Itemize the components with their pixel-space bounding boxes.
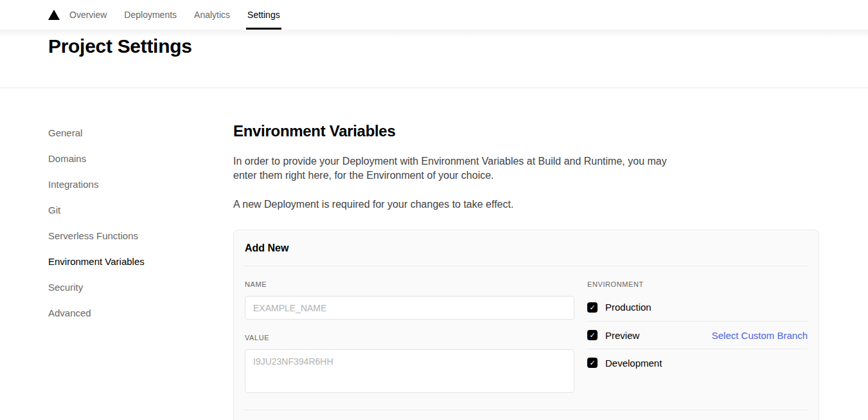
form-column: NAME VALUE bbox=[245, 266, 574, 410]
sidebar-item-git[interactable]: Git bbox=[48, 197, 202, 223]
deployment-note: A new Deployment is required for your ch… bbox=[233, 197, 683, 212]
vercel-logo-icon[interactable] bbox=[48, 10, 60, 20]
tab-overview[interactable]: Overview bbox=[68, 0, 108, 30]
nav-tabs: Overview Deployments Analytics Settings bbox=[68, 0, 281, 30]
page-header: Project Settings bbox=[0, 30, 868, 88]
card-header: Add New bbox=[234, 230, 819, 266]
sidebar-item-general[interactable]: General bbox=[48, 120, 202, 145]
name-input[interactable] bbox=[245, 296, 574, 320]
value-input[interactable] bbox=[245, 349, 574, 393]
main-content: Environment Variables In order to provid… bbox=[233, 122, 819, 420]
preview-label: Preview bbox=[605, 330, 639, 341]
development-checkbox[interactable]: ✓ bbox=[587, 358, 598, 368]
environment-rows: ✓ Production ✓ Preview Select Custom Bra… bbox=[587, 293, 808, 376]
sidebar-item-domains[interactable]: Domains bbox=[48, 145, 202, 171]
section-heading: Environment Variables bbox=[233, 122, 819, 140]
production-checkbox[interactable]: ✓ bbox=[587, 302, 598, 313]
sidebar-item-environment-variables[interactable]: Environment Variables bbox=[48, 248, 202, 274]
environment-row-production: ✓ Production bbox=[587, 293, 808, 321]
sidebar-item-advanced[interactable]: Advanced bbox=[48, 300, 202, 325]
card-title: Add New bbox=[245, 242, 288, 254]
environment-column: ENVIRONMENT ✓ Production ✓ Preview Selec… bbox=[587, 266, 808, 410]
add-new-card: Add New NAME VALUE ENVIRONMENT ✓ Product… bbox=[233, 230, 819, 420]
settings-sidebar: General Domains Integrations Git Serverl… bbox=[48, 120, 202, 325]
section-description: In order to provide your Deployment with… bbox=[233, 154, 683, 183]
environment-row-preview: ✓ Preview Select Custom Branch bbox=[587, 321, 808, 349]
development-label: Development bbox=[605, 358, 662, 369]
sidebar-item-serverless-functions[interactable]: Serverless Functions bbox=[48, 223, 202, 248]
page-title: Project Settings bbox=[48, 35, 868, 57]
environment-label: ENVIRONMENT bbox=[587, 280, 808, 288]
tab-analytics[interactable]: Analytics bbox=[193, 0, 231, 30]
card-body: NAME VALUE ENVIRONMENT ✓ Production ✓ Pr… bbox=[234, 266, 819, 410]
column-gap bbox=[574, 266, 587, 410]
environment-row-development: ✓ Development bbox=[587, 349, 808, 376]
production-label: Production bbox=[605, 302, 651, 313]
top-nav: Overview Deployments Analytics Settings bbox=[0, 0, 868, 30]
preview-checkbox[interactable]: ✓ bbox=[587, 330, 598, 340]
select-custom-branch-link[interactable]: Select Custom Branch bbox=[712, 330, 808, 341]
value-label: VALUE bbox=[245, 334, 574, 342]
tab-settings[interactable]: Settings bbox=[246, 0, 281, 30]
card-footer bbox=[244, 410, 809, 420]
name-label: NAME bbox=[245, 280, 574, 288]
tab-deployments[interactable]: Deployments bbox=[123, 0, 178, 30]
sidebar-item-security[interactable]: Security bbox=[48, 274, 202, 300]
sidebar-item-integrations[interactable]: Integrations bbox=[48, 171, 202, 197]
triangle-icon bbox=[48, 10, 60, 20]
